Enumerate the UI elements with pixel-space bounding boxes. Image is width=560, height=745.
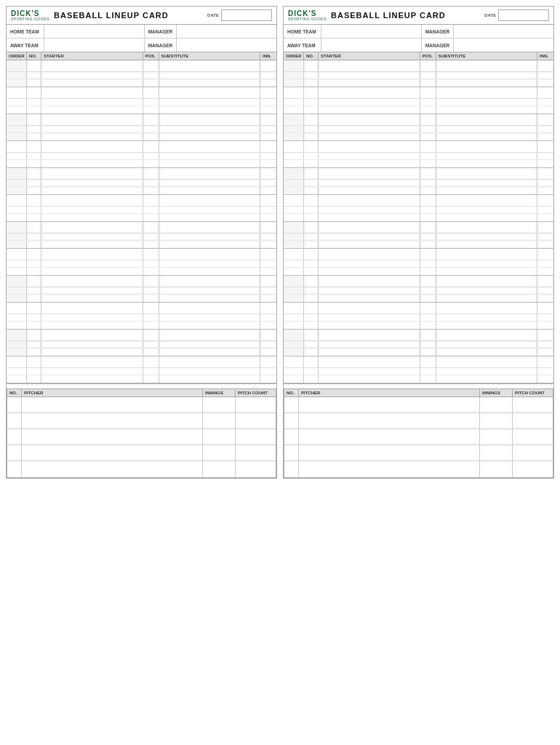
starter-input[interactable] <box>43 115 141 124</box>
sub-no-input[interactable] <box>305 295 316 301</box>
starter-cell[interactable] <box>41 249 143 260</box>
sub-input[interactable] <box>161 142 259 151</box>
sub-sub-input[interactable] <box>438 242 536 247</box>
pos-input[interactable] <box>422 115 434 124</box>
no-cell[interactable] <box>304 222 319 233</box>
manager-input-0[interactable] <box>177 25 276 38</box>
sub-starter-input[interactable] <box>320 234 418 239</box>
sub-no-input[interactable] <box>28 315 39 320</box>
inn-cell[interactable] <box>260 141 276 152</box>
sub-starter-input[interactable] <box>320 154 418 159</box>
sub-starter-input[interactable] <box>320 295 418 301</box>
sub-sub-input[interactable] <box>438 154 536 159</box>
sub-pos-cell[interactable] <box>143 72 159 79</box>
starter-input[interactable] <box>43 357 141 367</box>
sub-sub-input[interactable] <box>161 288 259 293</box>
sub-no-cell[interactable] <box>27 322 41 329</box>
sub-inn-input[interactable] <box>539 161 552 167</box>
sub-sub-cell[interactable] <box>159 314 261 321</box>
sub-starter-input[interactable] <box>43 242 141 247</box>
pitcher-cell-no-[interactable] <box>7 445 22 461</box>
sub-starter-input[interactable] <box>43 288 141 293</box>
sub-pos-cell[interactable] <box>143 287 159 294</box>
starter-cell[interactable] <box>41 222 143 233</box>
sub-inn-cell[interactable] <box>537 268 553 275</box>
sub-starter-cell[interactable] <box>41 214 143 221</box>
sub-no-input[interactable] <box>28 127 39 132</box>
sub-pos-input[interactable] <box>422 349 434 355</box>
no-input[interactable] <box>305 303 316 313</box>
sub-sub-cell[interactable] <box>159 99 261 105</box>
sub-inn-input[interactable] <box>539 376 552 382</box>
sub-pos-cell[interactable] <box>420 133 436 140</box>
pos-cell[interactable] <box>420 195 436 206</box>
no-cell[interactable] <box>27 141 41 152</box>
starter-cell[interactable] <box>41 60 143 71</box>
sub-sub-cell[interactable] <box>159 207 261 213</box>
sub-sub-cell[interactable] <box>159 234 261 240</box>
sub-inn-cell[interactable] <box>260 72 276 79</box>
inn-cell[interactable] <box>537 303 553 314</box>
sub-pos-cell[interactable] <box>420 153 436 159</box>
sub-pos-cell[interactable] <box>420 375 436 383</box>
pos-cell[interactable] <box>420 141 436 152</box>
pitcher-cell-no-[interactable] <box>284 397 299 413</box>
sub-inn-cell[interactable] <box>537 133 553 140</box>
sub-sub-cell[interactable] <box>159 322 261 329</box>
sub-no-cell[interactable] <box>304 160 319 167</box>
sub-pos-cell[interactable] <box>420 180 436 186</box>
sub-starter-input[interactable] <box>320 288 418 293</box>
no-cell[interactable] <box>304 356 319 367</box>
sub-sub-cell[interactable] <box>436 295 538 302</box>
sub-starter-cell[interactable] <box>41 268 143 275</box>
sub-no-input[interactable] <box>28 73 39 78</box>
sub-inn-cell[interactable] <box>260 160 276 167</box>
sub-sub-input[interactable] <box>161 261 259 266</box>
pos-cell[interactable] <box>420 168 436 179</box>
sub-inn-cell[interactable] <box>260 241 276 248</box>
sub-no-cell[interactable] <box>304 241 319 248</box>
sub-pos-cell[interactable] <box>143 180 159 186</box>
sub-inn-input[interactable] <box>262 349 275 355</box>
pos-input[interactable] <box>145 276 157 286</box>
pos-input[interactable] <box>145 330 157 340</box>
no-cell[interactable] <box>304 330 319 340</box>
sub-starter-cell[interactable] <box>41 234 143 240</box>
pitcher-cell-innings[interactable] <box>480 413 513 429</box>
pitcher-cell-pitch-count[interactable] <box>513 461 553 477</box>
manager-input-0[interactable] <box>454 25 553 38</box>
sub-starter-cell[interactable] <box>41 241 143 248</box>
inn-cell[interactable] <box>260 195 276 206</box>
sub-starter-cell[interactable] <box>41 287 143 294</box>
sub-no-cell[interactable] <box>27 99 41 105</box>
sub-pos-cell[interactable] <box>420 207 436 213</box>
pos-input[interactable] <box>145 223 157 232</box>
sub-pos-input[interactable] <box>145 376 157 382</box>
inn-cell[interactable] <box>537 87 553 98</box>
sub-pos-input[interactable] <box>145 342 157 347</box>
sub-sub-input[interactable] <box>161 188 259 194</box>
sub-no-cell[interactable] <box>27 214 41 221</box>
sub-no-input[interactable] <box>305 349 316 355</box>
sub-starter-input[interactable] <box>43 80 141 86</box>
sub-pos-input[interactable] <box>422 154 434 159</box>
pos-cell[interactable] <box>143 249 159 260</box>
sub-sub-cell[interactable] <box>436 214 538 221</box>
sub-sub-cell[interactable] <box>436 99 538 105</box>
sub-inn-cell[interactable] <box>537 295 553 302</box>
sub-starter-cell[interactable] <box>41 348 143 356</box>
sub-starter-input[interactable] <box>43 342 141 347</box>
sub-input[interactable] <box>438 88 536 97</box>
sub-pos-input[interactable] <box>145 154 157 159</box>
starter-input[interactable] <box>43 88 141 97</box>
sub-sub-cell[interactable] <box>159 187 261 194</box>
sub-starter-cell[interactable] <box>319 260 420 267</box>
inn-input[interactable] <box>262 357 275 367</box>
inn-input[interactable] <box>539 357 552 367</box>
starter-cell[interactable] <box>319 356 420 367</box>
sub-no-cell[interactable] <box>27 106 41 113</box>
sub-sub-input[interactable] <box>161 154 259 159</box>
sub-starter-cell[interactable] <box>41 133 143 140</box>
pitcher-cell-pitch-count[interactable] <box>236 445 276 461</box>
sub-starter-input[interactable] <box>43 315 141 320</box>
